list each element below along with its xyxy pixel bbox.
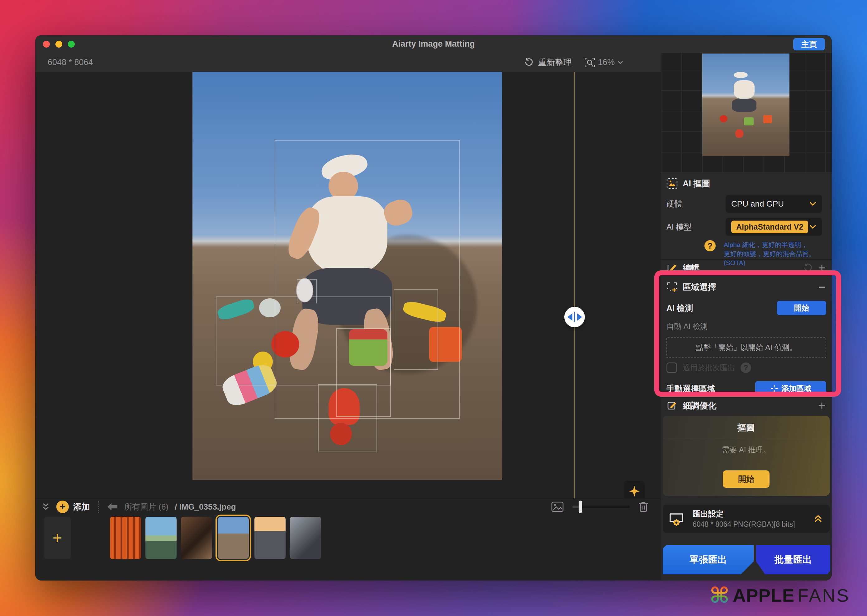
command-rainbow-icon: ⌘	[709, 586, 730, 605]
thumbnail-size-icon	[551, 501, 564, 512]
image-canvas[interactable]	[35, 72, 661, 498]
export-settings-icon	[669, 511, 686, 526]
trash-icon[interactable]	[638, 501, 648, 512]
region-select-icon	[667, 281, 678, 293]
model-value: AlphaStandard V2	[731, 221, 808, 233]
export-settings-subtitle: 6048 * 8064 PNG(RGBA)[8 bits]	[693, 520, 795, 529]
model-label: AI 模型	[667, 222, 726, 232]
breadcrumb-all-images[interactable]: 所有圖片 (6)	[124, 501, 169, 512]
manual-select-row: 手動選擇區域 添加區域	[661, 376, 832, 399]
help-icon[interactable]: ?	[705, 240, 716, 251]
thumbnail-person-by-window[interactable]	[254, 517, 285, 559]
model-hint-line1: Alpha 細化，更好的半透明，	[724, 241, 808, 248]
ai-detect-placeholder: 點擊「開始」以開始 AI 偵測。	[667, 337, 826, 358]
settings-panel: AI 摳圖 硬體 CPU and GPU AI 模型 AlphaStandard…	[661, 53, 832, 580]
add-label: 添加	[73, 501, 90, 512]
thumbnail-lakeside-child[interactable]	[145, 517, 177, 559]
auto-detect-row: 自動 AI 檢測	[661, 317, 832, 334]
selection-rect-red-shovel[interactable]	[318, 384, 377, 452]
back-arrow-icon[interactable]	[107, 503, 118, 511]
chevron-down-icon	[809, 201, 817, 206]
ai-enhance-button[interactable]	[624, 481, 645, 498]
thumbnail-dog-closeup[interactable]	[181, 517, 212, 559]
selection-rect-cup[interactable]	[297, 279, 317, 303]
ai-matting-title: AI 摳圖	[683, 178, 710, 189]
hardware-value: CPU and GPU	[731, 199, 784, 209]
thumbnail-torii-gates[interactable]	[110, 517, 141, 559]
chevron-down-icon	[617, 60, 623, 65]
fine-tune-icon	[667, 400, 678, 411]
hardware-row: 硬體 CPU and GPU	[661, 192, 832, 215]
zoom-control[interactable]: 16%	[584, 57, 623, 68]
thumbnail-man-grey-hoodie[interactable]	[290, 517, 321, 559]
watermark-bold: APPLE	[733, 585, 794, 606]
crosshair-plus-icon	[770, 385, 778, 393]
matting-status: 需要 AI 推理。	[663, 439, 830, 455]
chevron-down-icon	[809, 224, 817, 229]
ai-matting-section: AI 摳圖 硬體 CPU and GPU AI 模型 AlphaStandard…	[661, 173, 832, 259]
fine-tune-title: 細調優化	[683, 400, 716, 411]
export-settings-title: 匯出設定	[693, 509, 795, 519]
divider	[98, 501, 99, 513]
editor-area: 6048 * 8064 重新整理	[35, 53, 661, 580]
watermark: ⌘ APPLE FANS	[709, 585, 850, 606]
collapse-minus-icon[interactable]	[818, 283, 826, 292]
add-images-button[interactable]: + 添加	[56, 501, 90, 513]
expand-plus-icon[interactable]	[818, 264, 826, 272]
watermark-light: FANS	[798, 585, 850, 606]
titlebar: Aiarty Image Matting 主頁	[35, 35, 832, 53]
compare-split-handle[interactable]	[564, 307, 585, 327]
refresh-icon	[523, 57, 534, 68]
photo-beach-child	[192, 72, 502, 480]
matting-title: 摳圖	[663, 416, 830, 434]
add-image-tile[interactable]: +	[44, 517, 71, 559]
export-settings-card[interactable]: 匯出設定 6048 * 8064 PNG(RGBA)[8 bits]	[663, 504, 830, 533]
edit-icon	[667, 262, 678, 273]
model-row: AI 模型 AlphaStandard V2	[661, 215, 832, 238]
undo-icon[interactable]	[803, 263, 812, 272]
apply-batch-label: 適用於批次匯出	[683, 363, 735, 373]
filmstrip: +	[35, 517, 661, 560]
thumbnail-size-slider[interactable]	[572, 506, 630, 508]
hardware-label: 硬體	[667, 199, 726, 209]
home-button[interactable]: 主頁	[793, 38, 825, 50]
window-title: Aiarty Image Matting	[35, 35, 832, 53]
collapse-filmstrip-icon[interactable]	[41, 502, 50, 511]
edit-section[interactable]: 編輯	[661, 260, 832, 274]
split-right-arrow-icon	[577, 313, 582, 321]
matting-card: 摳圖 需要 AI 推理。 開始	[663, 416, 830, 496]
expand-plus-icon[interactable]	[818, 401, 826, 410]
zoom-level: 16%	[598, 58, 615, 67]
app-window: Aiarty Image Matting 主頁 6048 * 8064 重新整理	[35, 35, 832, 580]
fine-tune-section[interactable]: 細調優化	[661, 398, 832, 413]
export-batch-button[interactable]: 批量匯出	[756, 545, 830, 574]
split-divider	[574, 312, 575, 322]
plus-circle-icon: +	[56, 501, 69, 513]
export-single-button[interactable]: 單張匯出	[663, 545, 754, 574]
add-region-button[interactable]: 添加區域	[755, 381, 826, 396]
magnifier-icon	[584, 57, 596, 68]
split-left-arrow-icon	[567, 313, 572, 321]
image-dimensions: 6048 * 8064	[48, 53, 93, 72]
batch-checkbox-row: 適用於批次匯出 ?	[661, 361, 832, 376]
desktop: Aiarty Image Matting 主頁 6048 * 8064 重新整理	[0, 0, 867, 616]
refresh-button[interactable]: 重新整理	[523, 57, 572, 68]
edit-title: 編輯	[683, 262, 700, 273]
canvas-toolbar: 6048 * 8064 重新整理	[35, 53, 661, 72]
slider-handle[interactable]	[579, 501, 582, 513]
model-dropdown[interactable]: AlphaStandard V2	[726, 218, 822, 236]
compare-split-line	[574, 72, 575, 498]
matting-start-button[interactable]: 開始	[723, 470, 769, 488]
region-select-title: 區域選擇	[683, 281, 716, 293]
hardware-dropdown[interactable]: CPU and GPU	[726, 195, 822, 213]
manual-select-label: 手動選擇區域	[667, 383, 715, 394]
help-icon-disabled: ?	[741, 363, 751, 373]
apply-batch-checkbox[interactable]	[667, 363, 677, 373]
selection-rect-right-bucket[interactable]	[394, 289, 438, 370]
thumbnail-beach-child-selected[interactable]	[218, 517, 249, 559]
ai-detect-start-button[interactable]: 開始	[777, 301, 826, 315]
double-chevron-up-icon[interactable]	[813, 513, 823, 524]
ai-detect-label: AI 檢測	[667, 303, 693, 314]
ai-detect-row: AI 檢測 開始	[661, 296, 832, 317]
result-preview-thumbnail[interactable]	[702, 53, 790, 156]
